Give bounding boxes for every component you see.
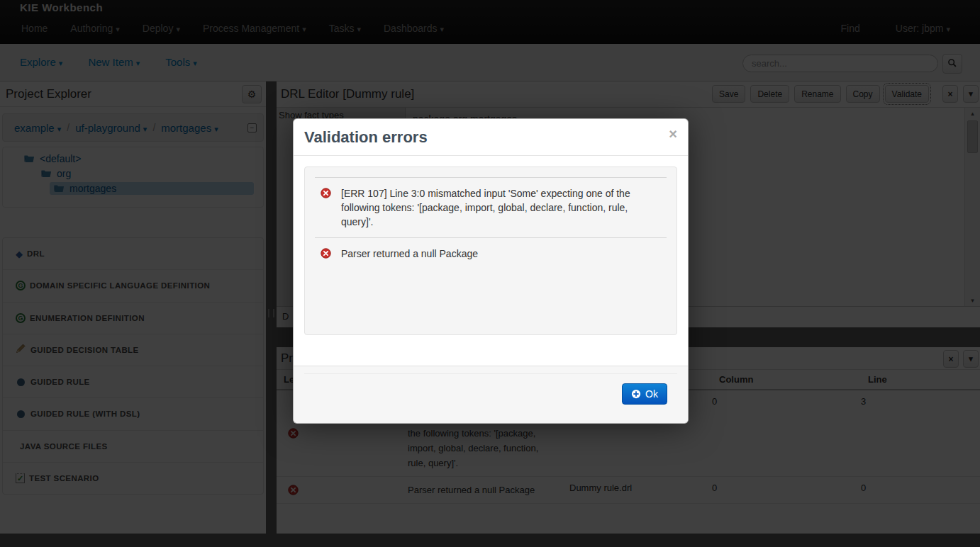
ok-button[interactable]: Ok <box>622 383 667 405</box>
error-list: [ERR 107] Line 3:0 mismatched input 'Som… <box>304 167 677 335</box>
footer-divider <box>304 373 677 374</box>
validation-errors-modal: Validation errors × [ERR 107] Line 3:0 m… <box>293 118 689 424</box>
error-message: Parser returned a null Package <box>341 247 478 261</box>
modal-title: Validation errors <box>304 128 428 146</box>
error-icon <box>321 248 331 259</box>
error-message: [ERR 107] Line 3:0 mismatched input 'Som… <box>341 186 662 229</box>
ok-label: Ok <box>645 388 658 400</box>
modal-header: Validation errors × <box>294 119 688 156</box>
close-icon[interactable]: × <box>669 128 677 140</box>
ok-circle-icon <box>631 389 641 399</box>
list-item: Parser returned a null Package <box>315 237 667 269</box>
modal-footer: Ok <box>294 366 688 423</box>
error-icon <box>321 188 331 198</box>
modal-body: [ERR 107] Line 3:0 mismatched input 'Som… <box>294 156 688 346</box>
list-item: [ERR 107] Line 3:0 mismatched input 'Som… <box>315 177 667 237</box>
